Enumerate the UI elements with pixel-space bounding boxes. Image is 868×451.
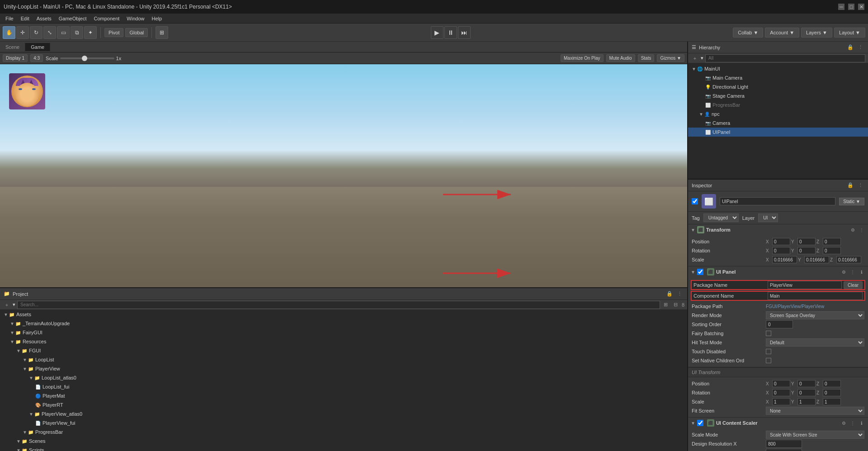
transform-more-btn[interactable]: ⋮ — [858, 226, 865, 233]
clear-package-btn[interactable]: Clear — [844, 281, 863, 289]
pos-y-input[interactable] — [797, 238, 816, 245]
hierarchy-item[interactable]: 📷Stage Camera — [688, 91, 868, 100]
rot-x-input[interactable] — [772, 247, 790, 254]
maximize-play-btn[interactable]: Maximize On Play — [561, 54, 604, 62]
ui-scaler-more-btn[interactable]: ⋮ — [849, 419, 856, 427]
component-name-input[interactable] — [768, 292, 863, 300]
maximize-btn[interactable]: □ — [848, 4, 854, 10]
scale-x-input[interactable] — [772, 256, 797, 263]
fairy-batching-checkbox[interactable] — [766, 331, 771, 336]
tool-transform[interactable]: ⧉ — [71, 26, 83, 39]
layers-btn[interactable]: Layers ▼ — [801, 28, 832, 38]
project-search-input[interactable] — [17, 301, 660, 309]
hierarchy-item[interactable]: ▼ 👤npc — [688, 109, 868, 119]
menu-gameobject[interactable]: GameObject — [55, 15, 90, 22]
scale-track[interactable] — [60, 57, 114, 59]
scale-y-input[interactable] — [804, 256, 829, 263]
transform-settings-btn[interactable]: ⚙ — [849, 226, 856, 233]
tool-rotate[interactable]: ↻ — [30, 26, 42, 39]
gizmos-btn[interactable]: Gizmos ▼ — [657, 54, 684, 62]
render-mode-select[interactable]: Screen Space Overlay — [766, 311, 864, 319]
ui-scaler-info-btn[interactable]: ℹ — [858, 419, 865, 427]
hierarchy-item[interactable]: ⬜UIPanel — [688, 128, 868, 137]
ui-panel-info-btn[interactable]: ℹ — [858, 268, 865, 275]
design-res-y-input[interactable] — [766, 449, 802, 451]
obj-name-input[interactable] — [720, 197, 835, 205]
project-item[interactable]: ▼ 📁ProgressBar — [0, 427, 687, 437]
hierarchy-add-btn[interactable]: + — [691, 54, 699, 62]
stats-btn[interactable]: Stats — [638, 54, 655, 62]
project-item[interactable]: ▼ 📁FGUI — [0, 346, 687, 355]
tool-move[interactable]: ✛ — [16, 26, 29, 39]
menu-help[interactable]: Help — [148, 15, 165, 22]
project-item[interactable]: 🎨PlayerRT — [0, 400, 687, 409]
menu-file[interactable]: File — [2, 15, 17, 22]
ui-pos-y-input[interactable] — [797, 380, 816, 387]
project-add-btn[interactable]: + — [3, 301, 11, 309]
tool-extra[interactable]: ⊞ — [156, 26, 168, 39]
menu-assets[interactable]: Assets — [33, 15, 55, 22]
ui-scale-x-input[interactable] — [772, 398, 790, 405]
ui-rot-z-input[interactable] — [823, 389, 841, 396]
project-item[interactable]: ▼ 📁Assets — [0, 310, 687, 319]
project-item[interactable]: 📄LoopList_fui — [0, 382, 687, 391]
inspector-menu-btn[interactable]: ⋮ — [856, 181, 864, 190]
ui-rot-y-input[interactable] — [797, 389, 816, 396]
hierarchy-item[interactable]: 📷Camera — [688, 119, 868, 128]
static-badge[interactable]: Static ▼ — [839, 198, 864, 205]
project-item[interactable]: ▼ 📁LoopList_atlas0 — [0, 373, 687, 382]
hierarchy-menu-btn[interactable]: ⋮ — [856, 43, 864, 52]
ui-panel-settings-btn[interactable]: ⚙ — [840, 268, 847, 275]
tool-hand[interactable]: ✋ — [3, 26, 15, 39]
rot-z-input[interactable] — [823, 247, 841, 254]
project-menu-btn[interactable]: ⋮ — [675, 290, 684, 298]
hierarchy-lock-btn[interactable]: 🔒 — [846, 43, 854, 52]
project-item[interactable]: ▼ 📁PlayerView — [0, 364, 687, 373]
project-filter-btn[interactable]: ⊟ — [672, 301, 680, 309]
pos-z-input[interactable] — [823, 238, 841, 245]
pivot-btn[interactable]: Pivot — [104, 28, 123, 37]
project-item[interactable]: ▼ 📁Scripts — [0, 446, 687, 451]
menu-component[interactable]: Component — [90, 15, 123, 22]
hierarchy-item[interactable]: ⬜ProgressBar — [688, 100, 868, 109]
hierarchy-item[interactable]: 📷Main Camera — [688, 73, 868, 82]
minimize-btn[interactable]: ─ — [838, 4, 844, 10]
tool-custom[interactable]: ✦ — [84, 26, 97, 39]
rot-y-input[interactable] — [797, 247, 816, 254]
ui-pos-z-input[interactable] — [823, 380, 841, 387]
hierarchy-item[interactable]: ▼ 🌐MainUI — [688, 64, 868, 73]
ui-scaler-active-cb[interactable] — [697, 420, 703, 426]
set-native-checkbox[interactable] — [766, 358, 771, 363]
mute-audio-btn[interactable]: Mute Audio — [606, 54, 635, 62]
ui-scale-z-input[interactable] — [823, 398, 841, 405]
fit-screen-select[interactable]: None — [766, 407, 864, 415]
package-name-input[interactable] — [768, 281, 842, 289]
project-item[interactable]: ▼ 📁_TerrainAutoUpgrade — [0, 319, 687, 328]
window-controls[interactable]: ─ □ ✕ — [838, 4, 864, 10]
pos-x-input[interactable] — [772, 238, 790, 245]
design-res-x-input[interactable] — [766, 440, 802, 448]
project-item[interactable]: 📄PlayerView_fui — [0, 418, 687, 427]
hierarchy-search-input[interactable] — [705, 54, 865, 62]
ui-rot-x-input[interactable] — [772, 389, 790, 396]
ui-panel-more-btn[interactable]: ⋮ — [849, 268, 856, 275]
menu-edit[interactable]: Edit — [17, 15, 33, 22]
pause-btn[interactable]: ⏸ — [444, 26, 457, 39]
hierarchy-item[interactable]: 💡Directional Light — [688, 82, 868, 91]
tab-game[interactable]: Game — [25, 43, 50, 51]
sorting-order-input[interactable] — [766, 320, 793, 328]
project-lock-btn[interactable]: 🔒 — [665, 290, 674, 298]
tab-scene[interactable]: Scene — [0, 43, 25, 51]
account-btn[interactable]: Account ▼ — [765, 28, 799, 38]
ui-pos-x-input[interactable] — [772, 380, 790, 387]
hit-test-select[interactable]: Default — [766, 338, 864, 347]
tool-scale[interactable]: ⤡ — [43, 26, 56, 39]
project-item[interactable]: ▼ 📁PlayerView_atlas0 — [0, 409, 687, 418]
project-item[interactable]: ▼ 📁Resources — [0, 337, 687, 346]
tool-rect[interactable]: ▭ — [57, 26, 70, 39]
ui-scaler-header[interactable]: ▼ ⬛ UI Content Scaler ⚙ ⋮ ℹ — [688, 418, 868, 428]
scale-mode-select[interactable]: Scale With Screen Size — [766, 431, 864, 439]
ui-panel-active-cb[interactable] — [697, 269, 703, 275]
aspect-select[interactable]: 4:3 — [30, 54, 43, 62]
tag-select[interactable]: Untagged — [703, 214, 739, 222]
